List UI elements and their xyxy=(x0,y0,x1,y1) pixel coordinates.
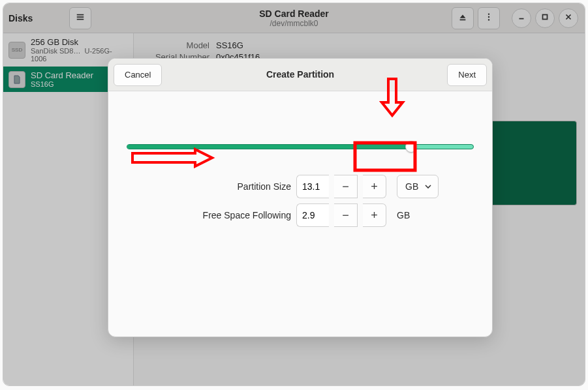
free-space-decrement[interactable]: − xyxy=(334,203,358,227)
minus-icon: − xyxy=(342,180,349,194)
free-space-unit: GB xyxy=(397,210,410,220)
disks-window: Disks SD Card Reader /dev/mmcblk0 xyxy=(3,3,585,386)
dialog-header: Cancel Create Partition Next xyxy=(108,59,492,91)
slider-thumb[interactable] xyxy=(405,141,417,153)
next-button[interactable]: Next xyxy=(447,64,487,86)
chevron-down-icon xyxy=(425,181,431,192)
free-space-increment[interactable]: + xyxy=(363,203,386,227)
create-partition-dialog: Cancel Create Partition Next Partition S… xyxy=(108,58,493,337)
partition-size-decrement[interactable]: − xyxy=(334,175,358,198)
partition-size-label: Partition Size xyxy=(192,181,291,192)
free-space-label: Free Space Following xyxy=(192,210,291,220)
size-unit-select[interactable]: GB xyxy=(397,175,439,198)
partition-size-increment[interactable]: + xyxy=(363,175,386,198)
free-space-input[interactable] xyxy=(296,203,329,227)
partition-size-slider[interactable] xyxy=(127,142,474,151)
slider-fill xyxy=(127,145,412,149)
partition-size-input[interactable] xyxy=(296,175,329,198)
plus-icon: + xyxy=(371,209,378,222)
dialog-title: Create Partition xyxy=(266,69,334,80)
minus-icon: − xyxy=(342,209,349,222)
plus-icon: + xyxy=(371,180,378,194)
size-unit-value: GB xyxy=(405,181,418,192)
cancel-button[interactable]: Cancel xyxy=(114,64,162,86)
dialog-body: Partition Size − + GB Free Space Followi… xyxy=(108,91,492,245)
